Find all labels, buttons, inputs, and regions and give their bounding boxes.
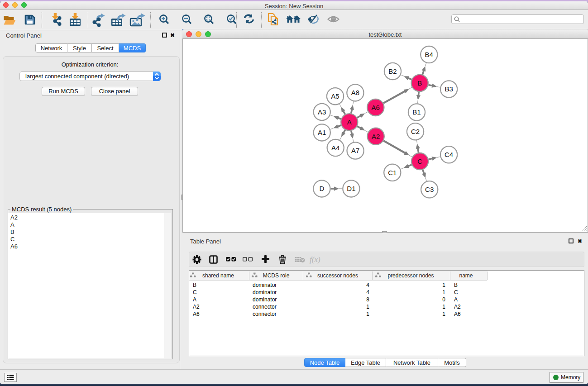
svg-text:D1: D1 — [347, 185, 355, 192]
svg-text:C2: C2 — [411, 128, 420, 135]
svg-text:B2: B2 — [388, 67, 397, 75]
svg-text:A1: A1 — [318, 129, 326, 136]
svg-text:B3: B3 — [445, 85, 453, 93]
svg-text:A5: A5 — [331, 92, 339, 100]
svg-text:B4: B4 — [425, 51, 433, 58]
svg-text:Memory: Memory — [561, 374, 580, 381]
svg-text:A2: A2 — [372, 133, 380, 140]
svg-text:A7: A7 — [351, 147, 359, 154]
svg-text:A8: A8 — [351, 89, 359, 96]
svg-text:C3: C3 — [425, 186, 434, 193]
svg-text:C1: C1 — [388, 169, 397, 176]
svg-text:A: A — [347, 118, 352, 126]
svg-text:B: B — [417, 79, 422, 87]
svg-text:A6: A6 — [372, 104, 380, 111]
svg-text:D: D — [319, 185, 324, 192]
svg-text:A4: A4 — [331, 144, 339, 152]
svg-text:C: C — [417, 157, 422, 165]
svg-text:A3: A3 — [318, 108, 326, 116]
svg-text:C4: C4 — [445, 151, 453, 158]
svg-text:B1: B1 — [412, 108, 421, 116]
